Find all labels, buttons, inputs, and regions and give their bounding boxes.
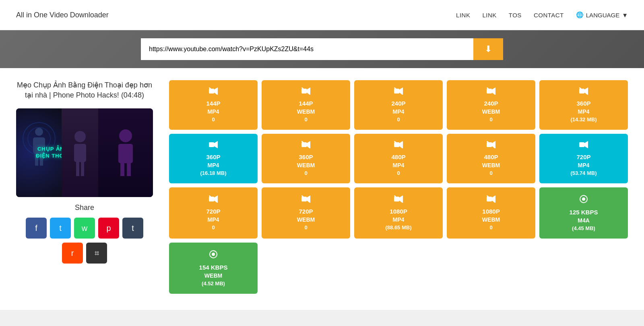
size-label: 0	[397, 116, 400, 123]
size-label: (14.32 MB)	[570, 116, 597, 123]
svg-point-55	[582, 197, 585, 201]
download-btn-3-4[interactable]: 1080PWEBM0	[447, 187, 535, 239]
resolution-label: 1080P	[482, 208, 500, 215]
svg-point-6	[74, 131, 86, 142]
download-icon: ⬇	[485, 44, 492, 54]
resolution-label: 360P	[576, 100, 590, 107]
download-btn-1-1[interactable]: 144PMP40	[169, 80, 258, 130]
resolution-label: 1080P	[390, 208, 407, 215]
size-label: 0	[489, 170, 492, 176]
hero-bar: ⬇	[0, 30, 644, 68]
download-button[interactable]: ⬇	[473, 38, 503, 60]
video-muted-icon	[394, 87, 403, 97]
language-selector[interactable]: 🌐 LANGUAGE ▼	[576, 11, 628, 19]
nav-link-2[interactable]: LINK	[482, 12, 496, 19]
qr-share-button[interactable]: ⌗	[86, 243, 107, 264]
share-buttons-row2: r ⌗	[16, 243, 153, 264]
reddit-icon: r	[71, 249, 74, 258]
navbar: All in One Video Downloader LINK LINK TO…	[0, 0, 644, 30]
navbar-brand: All in One Video Downloader	[16, 11, 109, 19]
format-label: WEBM	[297, 216, 315, 223]
size-label: (16.18 MB)	[200, 170, 226, 176]
url-search-input[interactable]	[141, 38, 473, 60]
download-btn-4-1[interactable]: 154 KBPSWEBM(4.52 MB)	[169, 243, 258, 294]
pinterest-share-button[interactable]: p	[98, 218, 119, 239]
resolution-label: 240P	[391, 100, 405, 107]
download-grid: 144PMP40144PWEBM0240PMP40240PWEBM0360PMP…	[169, 80, 628, 294]
download-btn-2-4[interactable]: 480PWEBM0	[447, 134, 535, 183]
format-label: MP4	[578, 108, 590, 115]
download-btn-3-2[interactable]: 720PWEBM0	[262, 187, 350, 239]
tumblr-share-button[interactable]: t	[122, 218, 143, 239]
format-label: WEBM	[482, 216, 500, 223]
size-label: (4.52 MB)	[202, 280, 225, 287]
resolution-label: 720P	[299, 208, 313, 215]
svg-rect-13	[127, 163, 131, 176]
video-muted-icon	[301, 195, 310, 205]
video-thumbnail: CHỤP ẢNHĐIỆN THOẠI	[16, 108, 153, 197]
facebook-share-button[interactable]: f	[26, 218, 47, 239]
twitter-share-button[interactable]: t	[50, 218, 71, 239]
format-label: WEBM	[297, 162, 315, 168]
download-btn-1-3[interactable]: 240PMP40	[354, 80, 443, 130]
reddit-share-button[interactable]: r	[62, 243, 83, 264]
video-muted-icon	[487, 141, 495, 150]
format-label: MP4	[393, 108, 405, 115]
svg-rect-12	[120, 163, 124, 176]
language-label: LANGUAGE	[586, 12, 619, 19]
video-muted-icon	[394, 195, 403, 205]
download-btn-2-3[interactable]: 480PMP40	[354, 134, 443, 183]
svg-marker-30	[214, 141, 218, 148]
svg-rect-9	[81, 162, 84, 176]
size-label: 0	[212, 224, 215, 230]
download-btn-2-1[interactable]: 360PMP4(16.18 MB)	[169, 134, 258, 183]
download-btn-3-1[interactable]: 720PMP40	[169, 187, 258, 239]
whatsapp-share-button[interactable]: w	[74, 218, 95, 239]
svg-marker-41	[584, 141, 588, 148]
nav-tos[interactable]: TOS	[509, 12, 522, 19]
thumb-panel-left: CHỤP ẢNHĐIỆN THOẠI	[16, 108, 62, 197]
size-label: (53.74 MB)	[570, 170, 597, 176]
facebook-icon: f	[35, 224, 37, 233]
tumblr-icon: t	[132, 224, 134, 233]
format-label: MP4	[208, 162, 219, 168]
video-muted-icon	[487, 87, 495, 97]
download-btn-1-4[interactable]: 240PWEBM0	[447, 80, 535, 130]
download-btn-3-3[interactable]: 1080PMP4(88.65 MB)	[354, 187, 443, 239]
download-btn-2-5[interactable]: 720PMP4(53.74 MB)	[539, 134, 628, 183]
video-muted-icon	[487, 195, 495, 205]
format-label: MP4	[393, 162, 405, 168]
format-label: MP4	[208, 216, 219, 223]
video-muted-icon	[209, 195, 218, 205]
globe-icon: 🌐	[576, 11, 584, 19]
size-label: 0	[304, 170, 307, 176]
download-btn-2-2[interactable]: 360PWEBM0	[262, 134, 350, 183]
download-btn-1-5[interactable]: 360PMP4(14.32 MB)	[539, 80, 628, 130]
download-btn-1-2[interactable]: 144PWEBM0	[262, 80, 350, 130]
download-btn-3-5[interactable]: 125 KBPSM4A(4.45 MB)	[539, 187, 628, 239]
format-label: MP4	[578, 162, 590, 168]
audio-icon	[579, 195, 588, 206]
whatsapp-icon: w	[82, 224, 87, 233]
format-label: MP4	[393, 216, 405, 223]
pinterest-icon: p	[106, 224, 111, 233]
format-label: M4A	[578, 217, 590, 224]
nav-contact[interactable]: CONTACT	[534, 12, 564, 19]
video-muted-icon	[579, 87, 588, 97]
video-muted-icon	[394, 141, 403, 150]
share-buttons-row1: f t w p t	[16, 218, 153, 239]
size-label: 0	[489, 116, 492, 123]
size-label: (88.65 MB)	[385, 224, 411, 230]
resolution-label: 480P	[484, 154, 498, 160]
nav-link-1[interactable]: LINK	[456, 12, 470, 19]
size-label: 0	[212, 116, 215, 123]
resolution-label: 480P	[391, 154, 405, 160]
size-label: 0	[489, 224, 492, 230]
resolution-label: 144P	[299, 100, 313, 107]
svg-rect-11	[118, 144, 133, 163]
format-label: WEBM	[297, 108, 315, 115]
chevron-down-icon: ▼	[622, 12, 628, 19]
left-panel: Mẹo Chụp Ảnh Bằng Điện Thoại đẹp hơn tại…	[16, 80, 153, 294]
size-label: (4.45 MB)	[572, 225, 595, 231]
thumbnail-text: CHỤP ẢNHĐIỆN THOẠI	[36, 146, 62, 160]
